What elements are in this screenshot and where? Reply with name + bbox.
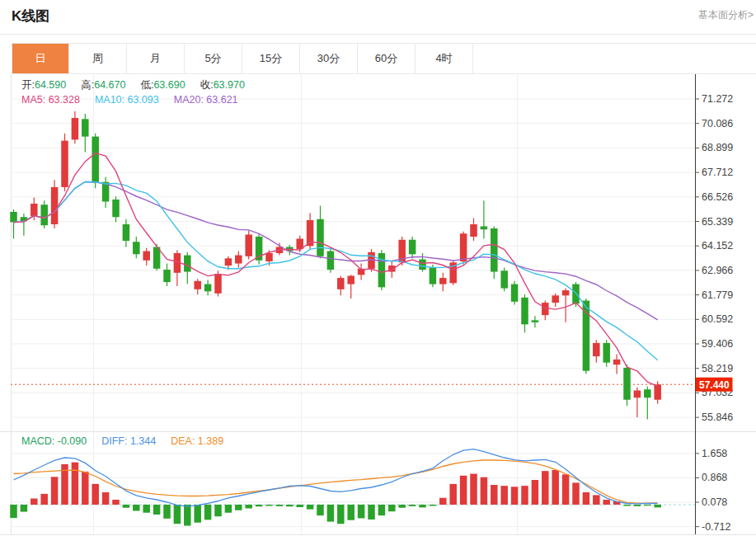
svg-text:65.339: 65.339 (702, 216, 733, 228)
macd-item-0: MACD: -0.090 (21, 435, 87, 447)
ma-legend: MA5: 63.328MA10: 63.093MA20: 63.621 (21, 94, 253, 106)
svg-text:1.658: 1.658 (702, 448, 727, 459)
svg-text:-0.712: -0.712 (702, 521, 730, 533)
tab-15分[interactable]: 15分 (242, 44, 300, 73)
svg-text:60.592: 60.592 (702, 313, 733, 325)
svg-text:67.712: 67.712 (702, 167, 733, 178)
svg-text:66.526: 66.526 (702, 191, 733, 203)
ohlc-item-1: 高:64.670 (81, 79, 125, 91)
macd-item-1: DIFF: 1.344 (101, 435, 156, 447)
timeframe-tab-bar: 日周月5分15分30分60分4时 (12, 43, 756, 74)
ma-item-2: MA20: 63.621 (174, 94, 238, 106)
svg-text:58.219: 58.219 (702, 363, 733, 374)
svg-text:68.899: 68.899 (702, 142, 733, 153)
tab-日[interactable]: 日 (12, 44, 69, 73)
svg-text:64.152: 64.152 (702, 240, 733, 252)
last-price-badge: 57.440 (696, 378, 733, 392)
kline-widget: K线图 基本面分析> 日周月5分15分30分60分4时 开:64.590高:64… (0, 0, 756, 536)
ma-item-0: MA5: 63.328 (21, 94, 80, 106)
svg-text:55.846: 55.846 (702, 411, 733, 423)
candles (10, 111, 661, 419)
macd-histogram (10, 463, 661, 526)
svg-text:70.086: 70.086 (702, 118, 733, 129)
tab-月[interactable]: 月 (127, 44, 185, 73)
svg-text:59.406: 59.406 (702, 338, 733, 350)
ma-item-1: MA10: 63.093 (95, 94, 159, 106)
ma10-line (14, 182, 658, 360)
ohlc-item-2: 低:63.690 (140, 79, 185, 91)
tab-60分[interactable]: 60分 (358, 44, 416, 73)
ohlc-item-0: 开:64.590 (21, 79, 66, 91)
tab-5分[interactable]: 5分 (185, 44, 242, 73)
svg-text:57.440: 57.440 (699, 379, 730, 391)
tab-周[interactable]: 周 (69, 44, 127, 73)
svg-text:62.966: 62.966 (702, 265, 733, 276)
svg-text:61.779: 61.779 (702, 289, 733, 301)
svg-text:0.868: 0.868 (702, 472, 727, 483)
tab-30分[interactable]: 30分 (300, 44, 358, 73)
macd-legend: MACD: -0.090DIFF: 1.344DEA: 1.389 (21, 435, 238, 447)
grid-lines (11, 74, 695, 534)
svg-text:71.272: 71.272 (702, 93, 733, 105)
ohlc-legend: 开:64.590高:64.670低:63.690收:63.970 (21, 79, 260, 91)
macd-item-2: DEA: 1.389 (171, 435, 223, 447)
tab-4时[interactable]: 4时 (416, 44, 473, 73)
ma20-line (14, 182, 658, 320)
svg-text:0.078: 0.078 (702, 496, 727, 508)
ohlc-item-3: 收:63.970 (200, 79, 245, 91)
ma5-line (14, 153, 658, 387)
y-axis-labels: 71.27270.08668.89967.71266.52665.33964.1… (695, 93, 733, 533)
